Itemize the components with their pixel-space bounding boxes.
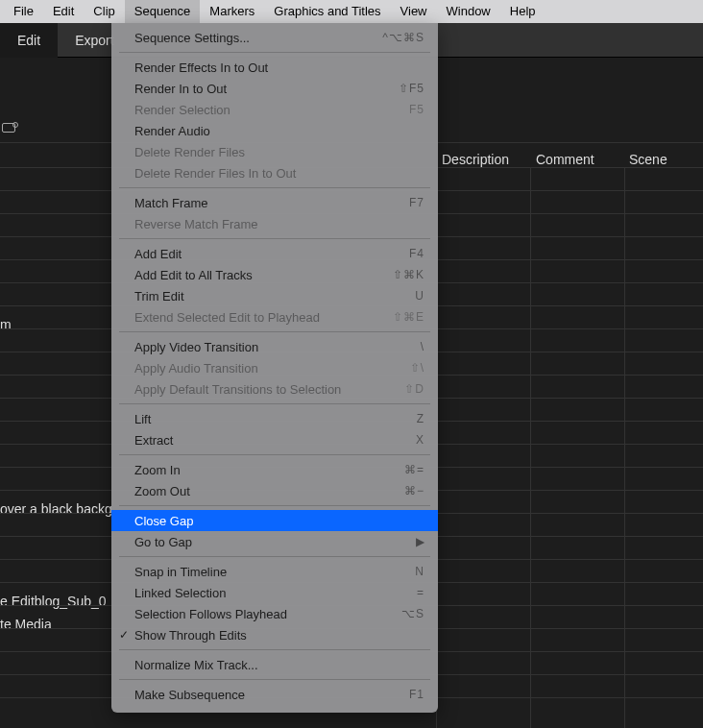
tab-edit[interactable]: Edit: [0, 23, 58, 58]
menu-item-label: Render Effects In to Out: [134, 61, 424, 75]
menu-shortcut: ⇧F5: [399, 82, 424, 95]
menu-item-label: Show Through Edits: [134, 628, 424, 643]
menu-shortcut: \: [421, 340, 424, 353]
menu-item-label: Match Frame: [134, 196, 409, 210]
menu-item-label: Apply Video Transition: [134, 340, 421, 354]
menu-shortcut: ^⌥⌘S: [382, 31, 424, 44]
menu-help[interactable]: Help: [500, 0, 545, 23]
menu-view[interactable]: View: [391, 0, 437, 23]
menu-item-label: Delete Render Files In to Out: [134, 166, 424, 181]
menu-item-label: Add Edit to All Tracks: [134, 268, 393, 282]
menu-item-label: Snap in Timeline: [134, 565, 415, 579]
menu-markers[interactable]: Markers: [200, 0, 264, 23]
camera-icon: [2, 123, 15, 133]
menu-item-label: Go to Gap: [134, 535, 416, 549]
menu-item-label: Extend Selected Edit to Playhead: [134, 310, 393, 325]
menu-item-label: Apply Default Transitions to Selection: [134, 382, 404, 397]
list-item[interactable]: over a black backg: [0, 501, 112, 517]
menu-item-add-edit[interactable]: Add EditF4: [111, 243, 438, 264]
menu-item-zoom-out[interactable]: Zoom Out⌘−: [111, 480, 438, 501]
menu-item-go-to-gap[interactable]: Go to Gap▶: [111, 531, 438, 552]
os-menubar: File Edit Clip Sequence Markers Graphics…: [0, 0, 703, 23]
menu-item-label: Add Edit: [134, 247, 409, 261]
menu-item-delete-render-files-in-to-out: Delete Render Files In to Out: [111, 162, 438, 183]
menu-item-label: Linked Selection: [134, 586, 417, 600]
check-icon: ✓: [119, 628, 129, 642]
menu-item-linked-selection[interactable]: Linked Selection=: [111, 582, 438, 603]
menu-shortcut: F4: [409, 247, 424, 260]
menu-item-lift[interactable]: LiftZ: [111, 408, 438, 429]
menu-shortcut: N: [415, 565, 424, 578]
menu-item-label: Make Subsequence: [134, 688, 409, 702]
menu-item-extend-selected-edit-to-playhead: Extend Selected Edit to Playhead⇧⌘E: [111, 306, 438, 328]
menu-separator: [119, 331, 430, 332]
menu-item-label: Zoom Out: [134, 484, 404, 498]
menu-item-reverse-match-frame: Reverse Match Frame: [111, 213, 438, 234]
menu-shortcut: ⌘−: [404, 484, 424, 497]
menu-item-label: Trim Edit: [134, 289, 415, 303]
menu-item-render-effects-in-to-out[interactable]: Render Effects In to Out: [111, 57, 438, 78]
menu-item-label: Render Audio: [134, 124, 424, 138]
menu-item-normalize-mix-track[interactable]: Normalize Mix Track...: [111, 654, 438, 675]
menu-shortcut: F7: [409, 196, 424, 209]
menu-item-render-audio[interactable]: Render Audio: [111, 120, 438, 141]
menu-item-label: Render In to Out: [134, 82, 399, 96]
col-comment[interactable]: Comment: [536, 152, 594, 167]
menu-item-label: Apply Audio Transition: [134, 361, 410, 376]
menu-item-show-through-edits[interactable]: ✓Show Through Edits: [111, 624, 438, 645]
menu-item-label: Zoom In: [134, 463, 404, 477]
menu-item-extract[interactable]: ExtractX: [111, 429, 438, 450]
menu-item-apply-video-transition[interactable]: Apply Video Transition\: [111, 336, 438, 357]
menu-separator: [119, 505, 430, 506]
menu-item-match-frame[interactable]: Match FrameF7: [111, 192, 438, 213]
menu-item-close-gap[interactable]: Close Gap: [111, 510, 438, 531]
menu-graphics-titles[interactable]: Graphics and Titles: [264, 0, 390, 23]
list-item[interactable]: te Media: [0, 617, 52, 632]
menu-shortcut: ⇧\: [410, 361, 424, 375]
menu-separator: [119, 556, 430, 557]
sequence-menu-dropdown: Sequence Settings...^⌥⌘SRender Effects I…: [111, 23, 438, 713]
menu-file[interactable]: File: [4, 0, 43, 23]
menu-item-apply-audio-transition: Apply Audio Transition⇧\: [111, 357, 438, 378]
menu-item-label: Render Selection: [134, 103, 409, 117]
menu-item-sequence-settings[interactable]: Sequence Settings...^⌥⌘S: [111, 27, 438, 48]
menu-item-label: Close Gap: [134, 514, 424, 528]
menu-shortcut: =: [417, 586, 424, 599]
col-scene[interactable]: Scene: [629, 152, 667, 167]
menu-item-apply-default-transitions-to-selection: Apply Default Transitions to Selection⇧D: [111, 378, 438, 400]
menu-window[interactable]: Window: [437, 0, 500, 23]
col-description[interactable]: Description: [442, 152, 509, 167]
menu-shortcut: ⇧⌘E: [393, 310, 424, 324]
menu-item-render-selection: Render SelectionF5: [111, 99, 438, 120]
menu-item-label: Lift: [134, 412, 417, 426]
menu-separator: [119, 238, 430, 239]
menu-separator: [119, 187, 430, 188]
menu-item-make-subsequence[interactable]: Make SubsequenceF1: [111, 684, 438, 705]
menu-separator: [119, 649, 430, 650]
menu-shortcut: ⇧D: [404, 382, 424, 396]
menu-shortcut: F5: [409, 103, 424, 116]
menu-shortcut: X: [416, 433, 424, 447]
menu-shortcut: ⌘=: [404, 463, 424, 476]
menu-sequence[interactable]: Sequence: [125, 0, 201, 23]
menu-item-label: Sequence Settings...: [134, 31, 382, 45]
menu-item-add-edit-to-all-tracks[interactable]: Add Edit to All Tracks⇧⌘K: [111, 264, 438, 285]
menu-separator: [119, 403, 430, 404]
list-item[interactable]: e Editblog_Sub_0: [0, 594, 107, 609]
menu-shortcut: ⇧⌘K: [393, 268, 424, 281]
menu-item-selection-follows-playhead[interactable]: Selection Follows Playhead⌥S: [111, 603, 438, 624]
menu-item-render-in-to-out[interactable]: Render In to Out⇧F5: [111, 78, 438, 99]
menu-shortcut: ⌥S: [401, 607, 424, 620]
menu-clip[interactable]: Clip: [84, 0, 124, 23]
menu-item-trim-edit[interactable]: Trim EditU: [111, 285, 438, 306]
menu-item-snap-in-timeline[interactable]: Snap in TimelineN: [111, 561, 438, 582]
menu-edit[interactable]: Edit: [43, 0, 84, 23]
menu-item-label: Extract: [134, 433, 416, 448]
menu-shortcut: F1: [409, 688, 424, 701]
menu-shortcut: Z: [417, 412, 424, 425]
list-item[interactable]: m: [0, 317, 12, 332]
menu-item-delete-render-files: Delete Render Files: [111, 141, 438, 162]
menu-item-zoom-in[interactable]: Zoom In⌘=: [111, 459, 438, 480]
menu-separator: [119, 454, 430, 455]
menu-separator: [119, 679, 430, 680]
